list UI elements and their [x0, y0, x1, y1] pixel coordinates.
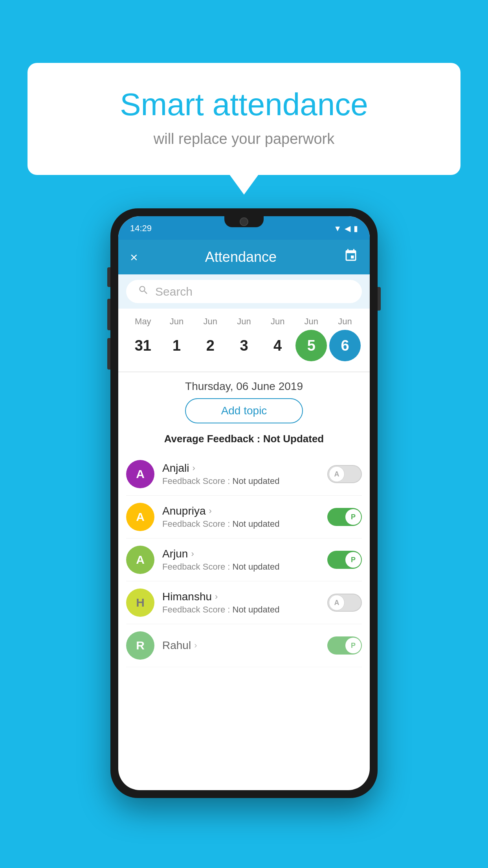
toggle-rahul[interactable]: P — [327, 636, 362, 655]
chevron-anupriya: › — [209, 506, 212, 516]
month-jun5: Jun — [295, 316, 327, 327]
toggle-switch-arjun[interactable]: P — [327, 551, 362, 569]
student-item-arjun: A Arjun › Feedback Score : Not updated — [126, 539, 362, 581]
battery-icon: ▮ — [354, 224, 358, 233]
add-topic-button[interactable]: Add topic — [185, 398, 303, 423]
toggle-anupriya[interactable]: P — [327, 508, 362, 526]
phone-mockup: 14:29 ▼ ◀ ▮ × Attendance — [110, 208, 378, 798]
student-name-rahul[interactable]: Rahul › — [162, 639, 327, 652]
avatar-himanshu: H — [126, 588, 154, 617]
wifi-icon: ▼ — [334, 224, 341, 233]
volume-down-button — [107, 338, 110, 370]
avatar-rahul: R — [126, 631, 154, 660]
month-jun1: Jun — [161, 316, 193, 327]
avatar-anjali: A — [126, 460, 154, 488]
avg-feedback-value: Not Updated — [263, 433, 324, 445]
student-name-himanshu[interactable]: Himanshu › — [162, 590, 327, 603]
student-info-himanshu[interactable]: Himanshu › Feedback Score : Not updated — [154, 590, 327, 615]
toggle-switch-himanshu[interactable]: A — [327, 594, 362, 612]
student-item-anupriya: A Anupriya › Feedback Score : Not update… — [126, 496, 362, 539]
front-camera — [240, 217, 248, 226]
calendar-icon[interactable] — [344, 248, 358, 266]
toggle-arjun[interactable]: P — [327, 551, 362, 569]
toggle-switch-anjali[interactable]: A — [327, 465, 362, 483]
avg-feedback-label: Average Feedback : — [164, 433, 263, 445]
search-placeholder: Search — [155, 285, 193, 298]
silent-button — [107, 267, 110, 287]
date-2[interactable]: 2 — [194, 330, 226, 361]
phone-notch — [224, 216, 264, 227]
speech-bubble-container: Smart attendance will replace your paper… — [28, 63, 460, 175]
student-item-himanshu: H Himanshu › Feedback Score : Not update… — [126, 581, 362, 624]
student-feedback-arjun: Feedback Score : Not updated — [162, 562, 327, 572]
month-jun4: Jun — [262, 316, 294, 327]
date-row: 31 1 2 3 4 5 6 — [122, 327, 366, 368]
student-info-anupriya[interactable]: Anupriya › Feedback Score : Not updated — [154, 505, 327, 529]
date-31[interactable]: 31 — [127, 330, 159, 361]
selected-date-label: Thursday, 06 June 2019 — [118, 372, 370, 398]
student-name-arjun[interactable]: Arjun › — [162, 548, 327, 560]
chevron-rahul: › — [194, 640, 197, 651]
close-button[interactable]: × — [130, 250, 138, 265]
student-info-rahul[interactable]: Rahul › — [154, 639, 327, 652]
student-feedback-anjali: Feedback Score : Not updated — [162, 476, 327, 486]
student-name-anupriya[interactable]: Anupriya › — [162, 505, 327, 517]
date-6-selected[interactable]: 6 — [329, 330, 361, 361]
phone-body: 14:29 ▼ ◀ ▮ × Attendance — [110, 208, 378, 798]
toggle-thumb-arjun: P — [345, 552, 361, 568]
chevron-himanshu: › — [215, 592, 218, 602]
date-5-today[interactable]: 5 — [295, 330, 327, 361]
date-3[interactable]: 3 — [228, 330, 260, 361]
avg-feedback: Average Feedback : Not Updated — [118, 430, 370, 453]
toggle-himanshu[interactable]: A — [327, 594, 362, 612]
student-info-arjun[interactable]: Arjun › Feedback Score : Not updated — [154, 548, 327, 572]
avatar-arjun: A — [126, 546, 154, 574]
chevron-arjun: › — [191, 549, 194, 559]
signal-icon: ◀ — [345, 224, 350, 233]
status-icons: ▼ ◀ ▮ — [334, 224, 358, 233]
month-may: May — [127, 316, 159, 327]
power-button — [378, 287, 381, 311]
month-row: May Jun Jun Jun Jun Jun Jun — [122, 316, 366, 327]
speech-bubble-title: Smart attendance — [59, 86, 429, 123]
search-icon — [138, 285, 149, 298]
student-list: A Anjali › Feedback Score : Not updated — [118, 453, 370, 667]
toggle-anjali[interactable]: A — [327, 465, 362, 483]
student-info-anjali[interactable]: Anjali › Feedback Score : Not updated — [154, 462, 327, 486]
speech-bubble-subtitle: will replace your paperwork — [59, 131, 429, 147]
toggle-thumb-anjali: A — [329, 466, 345, 482]
student-name-anjali[interactable]: Anjali › — [162, 462, 327, 474]
toggle-switch-anupriya[interactable]: P — [327, 508, 362, 526]
calendar-row: May Jun Jun Jun Jun Jun Jun 31 1 2 3 4 5… — [118, 309, 370, 371]
student-item-rahul: R Rahul › P — [126, 624, 362, 667]
student-feedback-himanshu: Feedback Score : Not updated — [162, 605, 327, 615]
date-1[interactable]: 1 — [161, 330, 193, 361]
month-jun6: Jun — [329, 316, 361, 327]
header-title: Attendance — [205, 249, 277, 265]
toggle-switch-rahul[interactable]: P — [327, 636, 362, 655]
chevron-anjali: › — [192, 463, 195, 473]
app-header: × Attendance — [118, 240, 370, 274]
search-bar[interactable]: Search — [126, 280, 362, 303]
search-container: Search — [118, 274, 370, 309]
toggle-thumb-himanshu: A — [329, 595, 345, 611]
speech-bubble: Smart attendance will replace your paper… — [28, 63, 460, 175]
phone-screen: 14:29 ▼ ◀ ▮ × Attendance — [118, 216, 370, 790]
toggle-thumb-anupriya: P — [345, 509, 361, 525]
month-jun2: Jun — [194, 316, 226, 327]
student-item-anjali: A Anjali › Feedback Score : Not updated — [126, 453, 362, 496]
content-area: Thursday, 06 June 2019 Add topic Average… — [118, 372, 370, 667]
student-feedback-anupriya: Feedback Score : Not updated — [162, 519, 327, 529]
date-4[interactable]: 4 — [262, 330, 294, 361]
toggle-thumb-rahul: P — [345, 638, 361, 653]
volume-up-button — [107, 299, 110, 330]
status-time: 14:29 — [130, 223, 152, 234]
month-jun3: Jun — [228, 316, 260, 327]
avatar-anupriya: A — [126, 503, 154, 531]
